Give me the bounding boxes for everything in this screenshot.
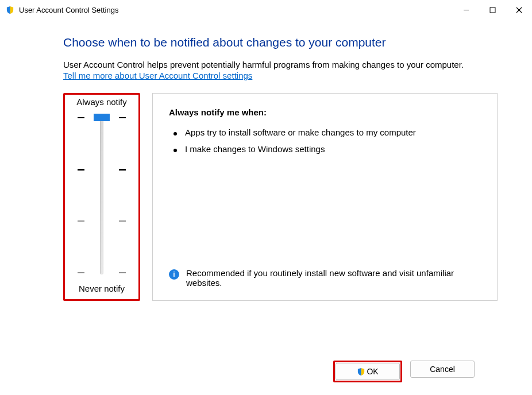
content-area: Choose when to be notified about changes… [0, 20, 532, 301]
recommendation-text: Recommended if you routinely install new… [186, 268, 481, 288]
info-panel-title: Always notify me when: [169, 107, 481, 117]
recommendation-row: i Recommended if you routinely install n… [169, 268, 481, 288]
titlebar: User Account Control Settings [0, 0, 532, 20]
ok-button[interactable]: OK [336, 363, 400, 380]
window-title: User Account Control Settings [19, 6, 453, 14]
close-button[interactable] [506, 0, 532, 20]
slider-highlight: Always notify Never notify [63, 93, 140, 301]
ok-button-highlight: OK [333, 361, 402, 382]
footer-buttons: OK Cancel [333, 361, 475, 382]
info-panel: Always notify me when: Apps try to insta… [152, 93, 498, 301]
body-row: Always notify Never notify [63, 93, 498, 301]
slider-bottom-label: Never notify [67, 281, 136, 296]
info-bullet: Apps try to install software or make cha… [169, 127, 481, 137]
notification-slider[interactable] [67, 109, 136, 281]
info-bullet-list: Apps try to install software or make cha… [169, 127, 481, 154]
uac-settings-window: User Account Control Settings Choose whe… [0, 0, 532, 395]
window-controls [453, 0, 532, 20]
slider-column: Always notify Never notify [63, 93, 152, 301]
learn-more-link[interactable]: Tell me more about User Account Control … [63, 71, 252, 80]
slider-top-label: Always notify [67, 95, 136, 109]
page-heading: Choose when to be notified about changes… [63, 36, 498, 49]
cancel-button-label: Cancel [430, 365, 455, 374]
info-bullet-text: I make changes to Windows settings [185, 144, 325, 154]
slider-ticks [67, 109, 136, 281]
info-bullet-text: Apps try to install software or make cha… [185, 127, 416, 137]
svg-rect-1 [490, 7, 495, 13]
shield-icon [357, 367, 365, 376]
bullet-icon [174, 149, 177, 152]
maximize-button[interactable] [479, 0, 506, 20]
slider-thumb[interactable] [94, 114, 110, 121]
minimize-button[interactable] [453, 0, 479, 20]
description-text: User Account Control helps prevent poten… [63, 60, 498, 69]
info-bullet: I make changes to Windows settings [169, 144, 481, 154]
bullet-icon [174, 132, 177, 135]
ok-button-label: OK [367, 367, 378, 376]
info-icon: i [169, 269, 179, 280]
cancel-button[interactable]: Cancel [410, 361, 475, 378]
shield-icon [6, 6, 14, 14]
